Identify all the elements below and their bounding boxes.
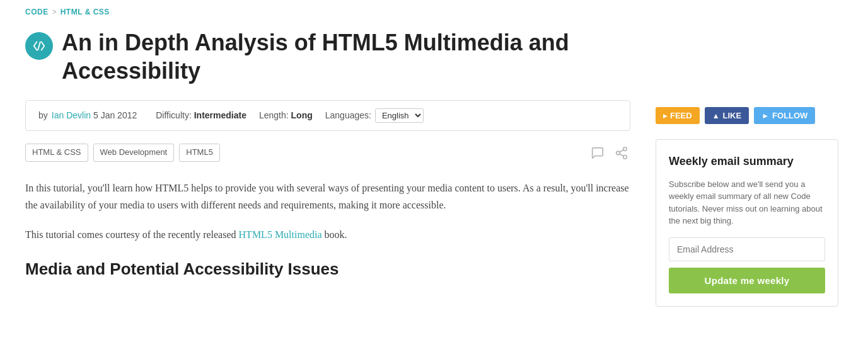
feed-button[interactable]: ▸ FEED (656, 107, 700, 124)
intro-paragraph: In this tutorial, you'll learn how HTML5… (25, 179, 630, 213)
meta-date: 5 Jan 2012 (93, 108, 137, 122)
breadcrumb-html-css-link[interactable]: HTML & CSS (61, 6, 110, 18)
meta-difficulty: Difficulty: Intermediate (156, 108, 246, 122)
share-icon-button[interactable] (613, 144, 630, 162)
language-select[interactable]: English (375, 108, 424, 123)
section-heading: Media and Potential Accessibility Issues (25, 256, 630, 283)
update-weekly-button[interactable]: Update me weekly (669, 268, 825, 293)
rss-icon: ▸ (663, 111, 667, 120)
facebook-icon: ▲ (712, 111, 720, 120)
follow-button[interactable]: ► FOLLOW (754, 107, 815, 124)
weekly-email-desc: Subscribe below and we'll send you a wee… (669, 178, 825, 227)
breadcrumb-separator: > (52, 6, 57, 18)
meta-length: Length: Long (259, 108, 313, 122)
second-paragraph-suffix: book. (322, 229, 347, 240)
code-brackets-icon (32, 39, 46, 53)
breadcrumb-code-link[interactable]: CODE (25, 6, 49, 18)
second-paragraph-prefix: This tutorial comes courtesy of the rece… (25, 229, 239, 240)
breadcrumb: CODE > HTML & CSS (25, 6, 630, 18)
meta-by-label: by (38, 108, 48, 122)
meta-author-link[interactable]: Ian Devlin (52, 108, 91, 122)
weekly-email-box: Weekly email summary Subscribe below and… (656, 139, 838, 307)
title-icon (25, 32, 53, 60)
meta-box: by Ian Devlin 5 Jan 2012 Difficulty: Int… (25, 100, 630, 131)
weekly-email-title: Weekly email summary (669, 152, 825, 171)
share-icons (589, 144, 630, 162)
second-paragraph: This tutorial comes courtesy of the rece… (25, 226, 630, 243)
meta-languages: Languages: English (325, 108, 424, 123)
sidebar: ▸ FEED ▲ LIKE ► FOLLOW Weekly email summ… (656, 6, 838, 307)
tags-list: HTML & CSS Web Development HTML5 (25, 144, 220, 162)
tag-html5[interactable]: HTML5 (179, 144, 220, 162)
article-title-row: An in Depth Analysis of HTML5 Multimedia… (25, 28, 630, 85)
like-button[interactable]: ▲ LIKE (705, 107, 749, 124)
twitter-icon: ► (761, 111, 769, 120)
sidebar-top-buttons: ▸ FEED ▲ LIKE ► FOLLOW (656, 107, 838, 124)
tag-html-css[interactable]: HTML & CSS (25, 144, 88, 162)
tags-row: HTML & CSS Web Development HTML5 (25, 144, 630, 162)
tag-web-development[interactable]: Web Development (93, 144, 175, 162)
article-title: An in Depth Analysis of HTML5 Multimedia… (62, 28, 630, 85)
svg-line-4 (620, 150, 623, 152)
html5-multimedia-link[interactable]: HTML5 Multimedia (239, 229, 322, 240)
svg-line-3 (620, 154, 623, 156)
article-body: In this tutorial, you'll learn how HTML5… (25, 179, 630, 282)
email-input[interactable] (669, 237, 825, 261)
comment-icon-button[interactable] (589, 144, 606, 162)
